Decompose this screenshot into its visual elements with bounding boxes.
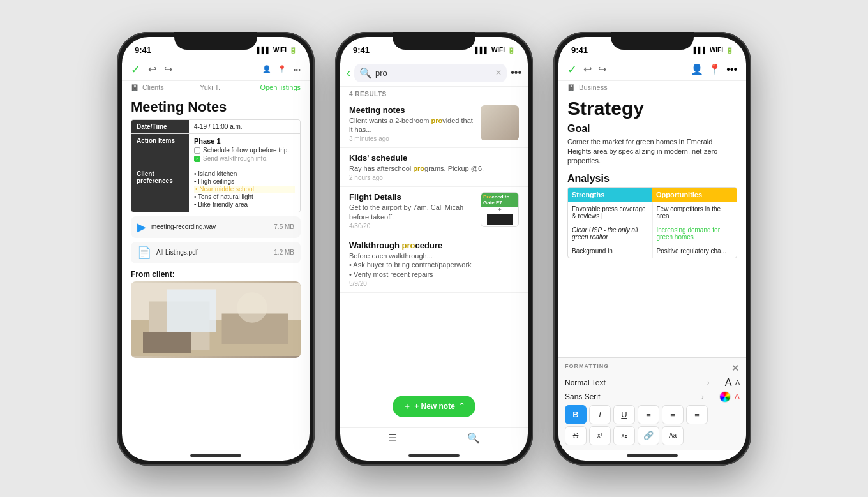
notch-1 (174, 32, 257, 50)
wav-filesize: 7.5 MB (274, 223, 294, 230)
back-button[interactable]: ‹ (347, 66, 350, 80)
wifi-icon-2: WiFi (491, 47, 505, 54)
color-picker-button[interactable] (719, 391, 731, 403)
done-button-1[interactable]: ✓ (131, 63, 140, 77)
result-kids-time: 2 hours ago (349, 174, 519, 181)
new-note-button[interactable]: ＋ + New note ⌃ (393, 396, 475, 417)
home-bar-2 (340, 450, 528, 461)
undo-button-1[interactable]: ↩ (148, 63, 156, 75)
user-label-1: Yuki T. (200, 84, 220, 91)
redo-button-1[interactable]: ↪ (164, 63, 172, 75)
formatting-panel: FORMATTING ✕ Normal Text › A A Sans Seri… (558, 357, 746, 450)
font-chevron[interactable]: › (701, 392, 704, 401)
text-size-small-button[interactable]: A (735, 379, 740, 386)
battery-icon-1: 🔋 (289, 47, 297, 54)
format-button-row-2: S x² x₂ 🔗 Aa (565, 426, 740, 445)
style-chevron[interactable]: › (707, 378, 710, 387)
search-result-walkthrough[interactable]: Walkthrough procedure Before each walkth… (340, 235, 528, 293)
highlight-pro-3: pro (402, 241, 415, 250)
battery-icon-2: 🔋 (507, 47, 515, 54)
style-label[interactable]: Normal Text (565, 378, 703, 387)
from-client-label: From client: (122, 267, 310, 281)
search-icon: 🔍 (359, 67, 372, 79)
pin-icon-3[interactable]: 📍 (708, 63, 721, 75)
bottom-nav-2: ☰ 🔍 (340, 427, 528, 450)
person-icon-3[interactable]: 👤 (691, 63, 703, 75)
done-button-3[interactable]: ✓ (567, 63, 577, 77)
italic-button[interactable]: I (589, 405, 611, 424)
toolbar-3: ✓ ↩ ↪ 👤 📍 ••• (558, 60, 746, 81)
boarding-pass-thumb: Proceed to Gate E7 ✈ (481, 192, 519, 227)
search-result-flight-content: Flight Details Get to the airport by 7am… (349, 192, 475, 230)
pdf-icon: 📄 (137, 246, 151, 260)
breadcrumb-business[interactable]: Business (579, 84, 608, 91)
more-icon-3[interactable]: ••• (726, 64, 737, 75)
subscript-button[interactable]: x₂ (613, 426, 635, 445)
font-label[interactable]: Sans Serif (565, 392, 698, 401)
format-row-style: Normal Text › A A (565, 377, 740, 389)
home-bar-3 (558, 450, 746, 461)
more-icon-1[interactable]: ••• (293, 66, 301, 73)
search-result-kids-content: Kids' schedule Ray has afterschool progr… (349, 153, 519, 181)
strategy-title: Strategy (558, 94, 746, 121)
search-result-kids-schedule[interactable]: Kids' schedule Ray has afterschool progr… (340, 148, 528, 187)
prefs-header: Client preferences (131, 167, 189, 212)
notch-3 (611, 32, 694, 50)
breadcrumb-clients[interactable]: Clients (142, 84, 164, 91)
search-thumb-meeting (481, 105, 519, 140)
open-listings-label[interactable]: Open listings (260, 84, 301, 91)
undo-button-3[interactable]: ↩ (583, 63, 592, 75)
swot-row-2: Clear USP - the only all green realtor I… (568, 223, 737, 244)
person-icon-1[interactable]: 👤 (262, 65, 271, 73)
align-right-button[interactable]: ≡ (686, 405, 708, 424)
chevron-up-icon: ⌃ (458, 401, 465, 411)
search-nav-icon[interactable]: 🔍 (467, 432, 480, 444)
align-center-button[interactable]: ≡ (662, 405, 684, 424)
checkbox-walkthrough-text: Send walkthrough info. (203, 155, 268, 162)
result-meeting-title: Meeting notes (349, 105, 475, 115)
menu-icon[interactable]: ☰ (388, 432, 397, 444)
superscript-button[interactable]: x² (589, 426, 611, 445)
notebook-icon-3: 📓 (567, 84, 575, 91)
table-row-prefs: Client preferences • Island kitchen • Hi… (131, 167, 300, 212)
search-input[interactable]: pro (375, 68, 492, 78)
swot-cell-strengths-1: Favorable press coverage & reviews | (568, 202, 653, 223)
results-count: 4 RESULTS (340, 87, 528, 100)
search-more-button[interactable]: ••• (511, 67, 521, 78)
swot-table: Strengths Opportunities Favorable press … (567, 187, 737, 258)
text-size-large-button[interactable]: A (725, 377, 732, 389)
underline-button[interactable]: U (613, 405, 635, 424)
status-time-3: 9:41 (571, 45, 588, 55)
bold-button[interactable]: B (565, 405, 587, 424)
checkbox-followup-box[interactable] (194, 147, 200, 154)
align-left-button[interactable]: ≡ (638, 405, 659, 424)
status-icons-1: ▌▌▌ WiFi 🔋 (257, 47, 297, 54)
clear-search-icon[interactable]: ✕ (495, 68, 502, 77)
close-formatting-button[interactable]: ✕ (731, 363, 740, 373)
attachment-wav[interactable]: ▶ meeting-recording.wav 7.5 MB (131, 216, 301, 238)
swot-cell-strengths-3: Background in (568, 244, 653, 258)
search-result-flight[interactable]: Flight Details Get to the airport by 7am… (340, 187, 528, 235)
pin-icon-1[interactable]: 📍 (278, 65, 287, 73)
svg-point-6 (237, 292, 267, 323)
checkbox-walkthrough-box[interactable]: ✓ (194, 156, 200, 162)
search-bar[interactable]: 🔍 pro ✕ (354, 64, 507, 82)
text-style-clear-button[interactable]: A (735, 392, 740, 401)
result-meeting-excerpt: Client wants a 2-bedroom provided that i… (349, 116, 475, 135)
svg-rect-5 (143, 332, 191, 353)
checkbox-followup-text: Schedule follow-up before trip. (203, 147, 289, 154)
formatting-panel-title: FORMATTING ✕ (565, 363, 740, 373)
redo-button-3[interactable]: ↪ (598, 63, 606, 75)
link-button[interactable]: 🔗 (638, 426, 659, 445)
swot-cell-opps-2: Increasing demand for green homes (653, 223, 737, 244)
notebook-icon-1: 📓 (131, 84, 138, 91)
search-result-meeting-notes[interactable]: Meeting notes Client wants a 2-bedroom p… (340, 100, 528, 149)
strikethrough-button[interactable]: S (565, 426, 587, 445)
breadcrumb-bar-3: 📓 Business (558, 81, 746, 94)
swot-cell-opps-3: Positive regulatory cha... (653, 244, 737, 258)
search-bar-container: ‹ 🔍 pro ✕ ••• (340, 60, 528, 87)
clear-format-button[interactable]: Aa (662, 426, 684, 445)
attachment-pdf[interactable]: 📄 All Listings.pdf 1.2 MB (131, 242, 301, 263)
date-header: Date/Time (131, 120, 189, 133)
signal-icon-2: ▌▌▌ (475, 47, 489, 54)
